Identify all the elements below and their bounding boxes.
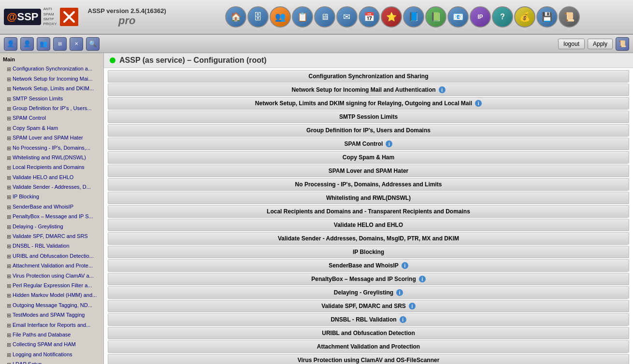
- monitor-button[interactable]: 🖥: [314, 6, 335, 28]
- sidebar-item-23[interactable]: ⊞Perl Regular Expression Filter a...: [0, 281, 103, 291]
- sidebar-item-6[interactable]: ⊞SPAM Control: [0, 113, 103, 123]
- mail2-button[interactable]: 📧: [447, 6, 469, 28]
- apply-button[interactable]: Apply: [588, 39, 613, 49]
- config-item-5[interactable]: SPAM Controli: [108, 138, 629, 150]
- sidebar-item-16[interactable]: ⊞PenaltyBox – Message and IP S...: [0, 212, 103, 222]
- sidebar-item-label-26: TestModes and SPAM Tagging: [13, 311, 85, 319]
- config-item-18[interactable]: DNSBL - RBL Validationi: [108, 313, 629, 326]
- sidebar-item-7[interactable]: ⊞Copy Spam & Ham: [0, 124, 103, 133]
- sidebar-item-label-5: Group Definition for IP's , Users...: [13, 105, 92, 112]
- info-icon-14[interactable]: i: [402, 262, 408, 269]
- sidebar-item-4[interactable]: ⊞SMTP Session Limits: [0, 94, 103, 104]
- save-button[interactable]: 💾: [536, 6, 558, 28]
- help-button[interactable]: ?: [492, 6, 513, 28]
- database-button[interactable]: 🗄: [247, 6, 269, 28]
- logo-at: @: [7, 11, 17, 23]
- config-item-17[interactable]: Validate SPF, DMARC and SRSi: [108, 300, 629, 312]
- sidebar-item-22[interactable]: ⊞Virus Protection using ClamAV a...: [0, 271, 103, 281]
- info-icon-2[interactable]: i: [475, 100, 482, 107]
- info-icon-15[interactable]: i: [419, 276, 426, 282]
- config-item-label-12: Validate Sender - Addresses, Domains, Ms…: [278, 235, 459, 242]
- config-item-label-19: URIBL and Obfuscation Detection: [322, 330, 415, 336]
- sidebar-item-11[interactable]: ⊞Local Recipients and Domains: [0, 163, 103, 172]
- sidebar-item-30[interactable]: ⊞Logging and Notifications: [0, 350, 103, 360]
- history-toolbar-button[interactable]: 📜: [559, 6, 580, 28]
- config-item-13[interactable]: IP Blocking: [108, 246, 629, 258]
- sidebar-item-8[interactable]: ⊞SPAM Lover and SPAM Hater: [0, 133, 103, 143]
- sidebar-item-29[interactable]: ⊞Collecting SPAM and HAM: [0, 340, 103, 350]
- sidebar-item-28[interactable]: ⊞File Paths and Database: [0, 330, 103, 340]
- star-button[interactable]: ⭐: [381, 6, 402, 28]
- config-item-14[interactable]: SenderBase and WhoisIPi: [108, 259, 629, 272]
- sidebar-item-21[interactable]: ⊞Attachment Validation and Prote...: [0, 261, 103, 271]
- sidebar-item-label-29: Collecting SPAM and HAM: [13, 341, 76, 348]
- info-icon-16[interactable]: i: [396, 289, 403, 296]
- sidebar-item-15[interactable]: ⊞SenderBase and WhoisIP: [0, 202, 103, 212]
- log-button[interactable]: 📋: [292, 6, 313, 28]
- config-item-label-16: Delaying - Greylisting: [334, 289, 393, 296]
- sidebar-item-9[interactable]: ⊞No Processing - IP's, Domains,...: [0, 143, 103, 153]
- sidebar-item-3[interactable]: ⊞Network Setup, Limits and DKIM...: [0, 84, 103, 94]
- sidebar-item-24[interactable]: ⊞Hidden Markov Model (HMM) and...: [0, 291, 103, 300]
- config-item-20[interactable]: Attachment Validation and Protection: [108, 340, 629, 353]
- sidebar-item-1[interactable]: ⊞Configuration Synchronization a...: [0, 64, 103, 74]
- donate-button[interactable]: 💰: [514, 6, 535, 28]
- logout-button[interactable]: logout: [558, 39, 585, 49]
- sidebar-item-14[interactable]: ⊞IP Blocking: [0, 192, 103, 202]
- config-item-4[interactable]: Group Definition for IP's, Users and Dom…: [108, 124, 629, 137]
- sidebar-item-label-13: Validate Sender - Addresses, D...: [13, 183, 91, 191]
- version-text: ASSP version 2.5.4(16362): [88, 7, 166, 14]
- config-item-9[interactable]: Whitelisting and RWL(DNSWL): [108, 192, 629, 204]
- sidebar-item-0[interactable]: Main: [0, 55, 103, 64]
- ip-button[interactable]: IP: [470, 6, 491, 28]
- history-button[interactable]: 📜: [616, 37, 629, 51]
- sidebar-item-27[interactable]: ⊞Email Interface for Reports and...: [0, 321, 103, 330]
- sidebar-item-13[interactable]: ⊞Validate Sender - Addresses, D...: [0, 182, 103, 192]
- config-item-15[interactable]: PenaltyBox – Message and IP Scoringi: [108, 273, 629, 285]
- sidebar-item-17[interactable]: ⊞Delaying - Greylisting: [0, 222, 103, 232]
- config-item-12[interactable]: Validate Sender - Addresses, Domains, Ms…: [108, 232, 629, 245]
- sidebar-item-label-9: No Processing - IP's, Domains,...: [13, 144, 90, 152]
- config-item-19[interactable]: URIBL and Obfuscation Detection: [108, 327, 629, 339]
- search-button[interactable]: 🔍: [86, 37, 100, 51]
- info-icon-17[interactable]: i: [409, 303, 416, 309]
- home-button[interactable]: 🏠: [225, 6, 246, 28]
- expand-button[interactable]: ⊞: [53, 37, 67, 51]
- config-item-0[interactable]: Configuration Synchronization and Sharin…: [108, 70, 629, 83]
- book-button[interactable]: 📘: [403, 6, 424, 28]
- person1-button[interactable]: 👤: [4, 37, 17, 51]
- config-item-7[interactable]: SPAM Lover and SPAM Hater: [108, 165, 629, 177]
- group-button[interactable]: 👥: [37, 37, 50, 51]
- info-icon-18[interactable]: i: [400, 316, 406, 323]
- config-item-3[interactable]: SMTP Session Limits: [108, 111, 629, 123]
- info-icon-1[interactable]: i: [439, 86, 446, 93]
- config-item-21[interactable]: Virus Protection using ClamAV and OS-Fil…: [108, 354, 629, 364]
- book2-button[interactable]: 📗: [425, 6, 446, 28]
- sidebar-item-5[interactable]: ⊞Group Definition for IP's , Users...: [0, 104, 103, 113]
- sidebar-item-12[interactable]: ⊞Validate HELO and EHLO: [0, 173, 103, 182]
- sidebar-item-31[interactable]: ⊞LDAP Setup: [0, 360, 103, 364]
- info-icon-5[interactable]: i: [386, 140, 392, 147]
- config-item-8[interactable]: No Processing - IP's, Domains, Addresses…: [108, 178, 629, 191]
- config-item-label-15: PenaltyBox – Message and IP Scoring: [311, 276, 416, 282]
- collapse-button[interactable]: ✕: [70, 37, 83, 51]
- sidebar-item-2[interactable]: ⊞Network Setup for Incoming Mai...: [0, 74, 103, 84]
- config-item-10[interactable]: Local Recipients and Domains and - Trans…: [108, 205, 629, 218]
- sidebar-item-26[interactable]: ⊞TestModes and SPAM Tagging: [0, 310, 103, 320]
- page-title-bar: ASSP (as service) – Configuration (root): [104, 53, 633, 68]
- mail-button[interactable]: ✉: [336, 6, 358, 28]
- sidebar-item-20[interactable]: ⊞URIBL and Obfuscation Detectio...: [0, 252, 103, 261]
- sidebar-item-25[interactable]: ⊞Outgoing Message Tagging, ND...: [0, 301, 103, 310]
- logo-envelope-icon: [60, 8, 78, 26]
- sidebar-item-10[interactable]: ⊞Whitelisting and RWL(DNSWL): [0, 153, 103, 163]
- config-item-6[interactable]: Copy Spam & Ham: [108, 151, 629, 164]
- users-button[interactable]: 👥: [270, 6, 291, 28]
- config-item-1[interactable]: Network Setup for Incoming Mail and Auth…: [108, 84, 629, 96]
- sidebar-item-19[interactable]: ⊞DNSBL - RBL Validation: [0, 241, 103, 251]
- config-item-16[interactable]: Delaying - Greylistingi: [108, 286, 629, 299]
- config-item-2[interactable]: Network Setup, Limits and DKIM signing f…: [108, 97, 629, 110]
- person2-button[interactable]: 👤: [20, 37, 34, 51]
- config-item-11[interactable]: Validate HELO and EHLO: [108, 219, 629, 231]
- calendar-button[interactable]: 📅: [359, 6, 380, 28]
- sidebar-item-18[interactable]: ⊞Validate SPF, DMARC and SRS: [0, 232, 103, 241]
